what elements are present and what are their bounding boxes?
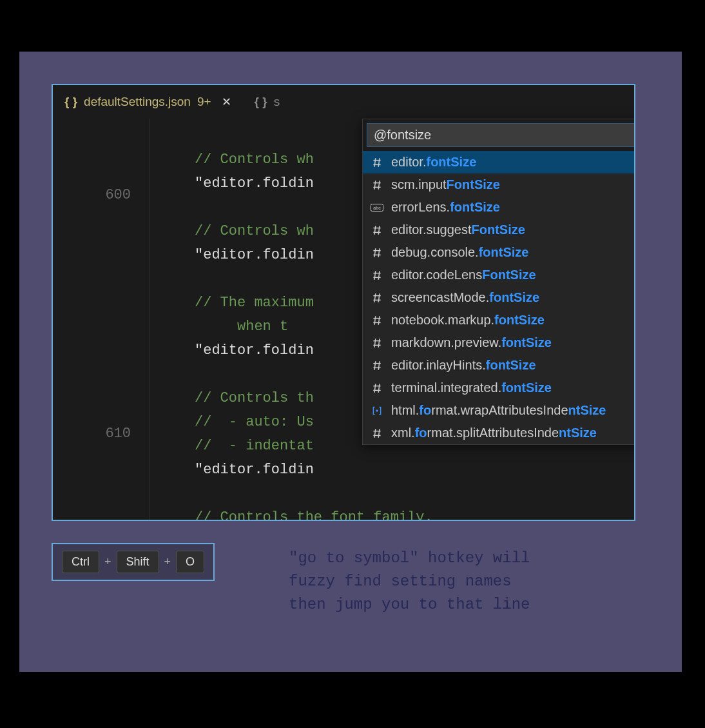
svg-line-6 <box>374 181 376 190</box>
svg-line-40 <box>374 384 376 393</box>
editor-window: { } defaultSettings.json 9+ ✕ { } s 600 … <box>52 84 635 521</box>
symbol-result-label: xml.format.splitAttributesIndentSize <box>391 426 597 440</box>
symbol-result-list: editor.fontSizescm.inputFontSizeabcerror… <box>363 151 635 444</box>
plus-separator: + <box>104 555 111 569</box>
symbol-result-label: notebook.markup.fontSize <box>391 313 545 328</box>
code-key: "editor.foldin <box>195 247 314 263</box>
svg-line-33 <box>378 339 380 348</box>
symbol-result-item[interactable]: debug.console.fontSize <box>363 241 635 264</box>
hotkey-callout: Ctrl + Shift + O <box>52 543 215 581</box>
tab-filename: s <box>274 95 280 109</box>
symbol-result-label: markdown.preview.fontSize <box>391 335 552 350</box>
hash-icon <box>371 337 383 349</box>
symbol-result-item[interactable]: xml.format.splitAttributesIndentSize <box>363 422 635 444</box>
hash-icon <box>371 359 383 372</box>
svg-point-42 <box>376 409 378 411</box>
tab-dirty-badge: 9+ <box>197 95 211 109</box>
svg-line-17 <box>378 248 380 257</box>
json-icon: { } <box>255 95 267 109</box>
code-comment: when t <box>195 319 288 335</box>
code-comment: // Controls the font family. <box>195 509 433 521</box>
svg-line-12 <box>374 226 376 235</box>
key-ctrl: Ctrl <box>62 551 99 573</box>
svg-line-3 <box>378 158 380 167</box>
svg-line-24 <box>374 293 376 302</box>
svg-line-20 <box>374 271 376 280</box>
symbol-result-item[interactable]: editor.fontSize <box>363 151 635 173</box>
key-o: O <box>176 551 204 573</box>
svg-line-13 <box>378 226 380 235</box>
symbol-search-input[interactable] <box>367 123 635 147</box>
hash-icon <box>371 427 383 440</box>
symbol-result-label: editor.fontSize <box>391 155 476 170</box>
symbol-result-label: errorLens.fontSize <box>391 200 500 215</box>
code-comment: // Controls wh <box>195 223 314 239</box>
svg-line-41 <box>378 384 380 393</box>
json-icon: { } <box>64 95 77 109</box>
symbol-result-label: editor.suggestFontSize <box>391 222 525 237</box>
tab-bar: { } defaultSettings.json 9+ ✕ { } s <box>53 85 634 119</box>
symbol-result-item[interactable]: abcerrorLens.fontSize <box>363 196 635 219</box>
svg-line-32 <box>374 339 376 348</box>
tab-default-settings[interactable]: { } defaultSettings.json 9+ ✕ <box>53 85 243 119</box>
code-comment: // - auto: Us <box>195 414 314 430</box>
hash-icon <box>371 224 383 237</box>
close-icon[interactable]: ✕ <box>222 95 231 109</box>
symbol-result-item[interactable]: editor.suggestFontSize <box>363 219 635 241</box>
symbol-result-label: debug.console.fontSize <box>391 245 528 260</box>
symbol-result-label: editor.codeLensFontSize <box>391 268 536 282</box>
svg-line-28 <box>374 316 376 325</box>
symbol-result-label: html.format.wrapAttributesIndentSize <box>391 403 606 418</box>
hash-icon <box>371 156 383 169</box>
hash-icon <box>371 246 383 259</box>
tab-second[interactable]: { } s <box>243 85 292 119</box>
svg-line-45 <box>374 429 376 438</box>
symbol-result-item[interactable]: terminal.integrated.fontSize <box>363 377 635 399</box>
symbol-result-item[interactable]: markdown.preview.fontSize <box>363 331 635 354</box>
code-comment: // Controls wh <box>195 152 314 168</box>
key-shift: Shift <box>117 551 159 573</box>
hash-icon <box>371 382 383 395</box>
symbol-result-item[interactable]: editor.codeLensFontSize <box>363 264 635 286</box>
svg-line-37 <box>378 361 380 370</box>
hash-icon <box>371 314 383 327</box>
tab-filename: defaultSettings.json <box>84 95 191 109</box>
symbol-result-item[interactable]: html.format.wrapAttributesIndentSize <box>363 399 635 422</box>
bracket-icon <box>371 404 383 417</box>
code-key: "editor.foldin <box>195 342 314 359</box>
svg-line-21 <box>378 271 380 280</box>
svg-text:abc: abc <box>373 206 381 210</box>
svg-line-29 <box>378 316 380 325</box>
svg-line-2 <box>374 158 376 167</box>
svg-line-7 <box>378 181 380 190</box>
symbol-input-row <box>363 119 635 151</box>
symbol-result-item[interactable]: notebook.markup.fontSize <box>363 309 635 331</box>
symbol-result-label: editor.inlayHints.fontSize <box>391 358 536 373</box>
svg-line-36 <box>374 361 376 370</box>
symbol-result-item[interactable]: editor.inlayHints.fontSize <box>363 354 635 377</box>
go-to-symbol-panel: editor.fontSizescm.inputFontSizeabcerror… <box>362 119 635 445</box>
hash-icon <box>371 269 383 282</box>
code-key: "editor.foldin <box>195 462 314 478</box>
symbol-result-label: terminal.integrated.fontSize <box>391 380 552 395</box>
symbol-result-label: screencastMode.fontSize <box>391 290 539 305</box>
hash-icon <box>371 179 383 192</box>
line-gutter: 600 610 <box>53 119 150 520</box>
hash-icon <box>371 291 383 304</box>
plus-separator: + <box>164 555 171 569</box>
line-number: 610 <box>53 422 131 446</box>
svg-line-46 <box>378 429 380 438</box>
svg-line-25 <box>378 293 380 302</box>
code-comment: // Controls th <box>195 390 314 406</box>
symbol-result-item[interactable]: screencastMode.fontSize <box>363 286 635 309</box>
code-comment: // - indentat <box>195 438 314 454</box>
symbol-result-item[interactable]: scm.inputFontSize <box>363 173 635 196</box>
code-key: "editor.foldin <box>195 175 314 192</box>
annotation-caption: "go to symbol" hotkey will fuzzy find se… <box>289 547 530 616</box>
abc-icon: abc <box>371 201 383 214</box>
annotation-frame: { } defaultSettings.json 9+ ✕ { } s 600 … <box>19 52 682 672</box>
code-comment: // The maximum <box>195 295 314 311</box>
svg-line-16 <box>374 248 376 257</box>
symbol-result-label: scm.inputFontSize <box>391 177 500 192</box>
line-number: 600 <box>53 183 131 207</box>
